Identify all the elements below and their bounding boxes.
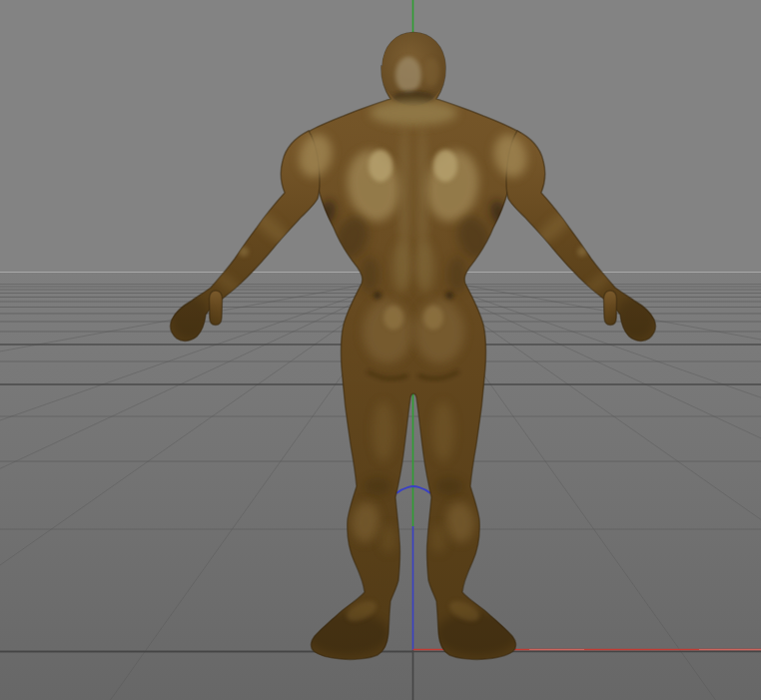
3d-viewport[interactable] [0, 0, 761, 700]
